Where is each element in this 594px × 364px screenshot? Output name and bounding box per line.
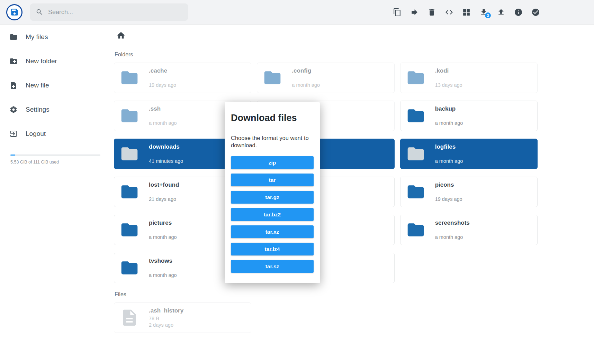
folder-modified-time: 21 days ago <box>149 196 179 203</box>
folder-size: — <box>435 189 462 196</box>
search-icon <box>36 8 43 16</box>
code-icon <box>445 8 453 17</box>
info-button[interactable] <box>514 8 523 17</box>
folder-icon <box>120 258 139 278</box>
sidebar-item-new-file[interactable]: New file <box>0 73 104 97</box>
folder-card[interactable]: screenshots — a month ago <box>400 215 538 245</box>
file-card-text: .ash_history 78 B 2 days ago <box>149 307 183 328</box>
folder-card-text: .config — a month ago <box>292 67 320 88</box>
folder-size: — <box>149 227 177 234</box>
sidebar-item-label: Settings <box>26 106 50 113</box>
folder-name: pictures <box>149 220 177 226</box>
sidebar-item-label: My files <box>26 33 48 41</box>
delete-button[interactable] <box>428 8 436 17</box>
folder-card[interactable]: .config — a month ago <box>257 63 394 93</box>
file-icon <box>120 308 139 327</box>
folder-card-text: .ssh — a month ago <box>149 105 177 127</box>
folder-icon <box>120 182 139 202</box>
folder-icon <box>406 68 425 87</box>
folder-card-text: screenshots — a month ago <box>435 220 470 241</box>
download-format-button[interactable]: tar.bz2 <box>231 208 314 221</box>
folder-modified-time: 19 days ago <box>435 196 462 203</box>
download-format-button[interactable]: tar.sz <box>231 260 314 273</box>
storage-usage: 5.53 GiB of 111 GiB used <box>10 155 93 165</box>
folder-card-text: backup — a month ago <box>435 105 463 127</box>
sidebar-item-logout[interactable]: Logout <box>0 122 104 146</box>
arrow-forward-icon <box>410 8 419 17</box>
folder-icon <box>406 220 425 240</box>
file-modified-time: 2 days ago <box>149 322 183 328</box>
folder-card-text: pictures — a month ago <box>149 220 177 241</box>
upload-button[interactable] <box>497 8 505 17</box>
folder-name: tvshows <box>149 258 177 264</box>
folder-icon <box>263 68 282 87</box>
folder-icon <box>120 144 139 164</box>
new-file-icon <box>9 81 18 90</box>
folder-card[interactable]: logfiles — a month ago <box>400 139 538 169</box>
shell-button[interactable] <box>445 8 453 17</box>
folder-size: — <box>149 151 183 158</box>
file-listing: Folders .cache — 19 days ago .config — a… <box>104 25 594 364</box>
folder-size: — <box>435 151 463 158</box>
folder-modified-time: a month ago <box>435 120 463 127</box>
download-format-button[interactable]: tar.lz4 <box>231 243 314 255</box>
logout-icon <box>9 130 18 138</box>
view-mode-button[interactable] <box>462 8 471 17</box>
app-logo[interactable] <box>6 4 22 20</box>
folder-modified-time: a month ago <box>292 82 320 88</box>
usage-label: 5.53 GiB of 111 GiB used <box>10 160 93 165</box>
sidebar-item-settings[interactable]: Settings <box>0 97 104 122</box>
folder-size: — <box>435 113 463 120</box>
download-button[interactable]: 3 <box>479 8 488 17</box>
folder-card-text: .kodi — 13 days ago <box>435 67 462 88</box>
select-all-button[interactable] <box>531 8 540 17</box>
search-box <box>30 3 188 21</box>
gear-icon <box>9 105 18 114</box>
folder-card[interactable]: picons — 19 days ago <box>400 177 538 207</box>
folder-name: .config <box>292 67 320 74</box>
folder-modified-time: 13 days ago <box>435 82 462 88</box>
sidebar-item-label: Logout <box>26 130 46 138</box>
floppy-disk-icon <box>10 8 19 17</box>
sidebar-item-my-files[interactable]: My files <box>0 25 104 49</box>
move-button[interactable] <box>410 8 419 17</box>
folder-icon <box>120 106 139 125</box>
sidebar-item-new-folder[interactable]: New folder <box>0 49 104 73</box>
folders-section-label: Folders <box>115 52 538 58</box>
folder-size: — <box>149 189 179 196</box>
trash-icon <box>428 8 436 17</box>
folder-card[interactable]: .cache — 19 days ago <box>114 63 251 93</box>
folder-card[interactable]: .kodi — 13 days ago <box>400 63 538 93</box>
folder-size: — <box>149 265 177 272</box>
grid-view-icon <box>462 8 471 17</box>
files-section-label: Files <box>115 291 538 298</box>
home-button[interactable] <box>116 31 126 40</box>
folder-name: backup <box>435 105 463 112</box>
dialog-message: Choose the format you want to download. <box>231 134 314 149</box>
folder-icon <box>406 144 425 164</box>
info-icon <box>514 8 523 17</box>
folder-modified-time: a month ago <box>149 234 177 241</box>
folder-size: — <box>149 113 177 120</box>
folder-card[interactable]: backup — a month ago <box>400 101 538 131</box>
upload-icon <box>497 8 505 17</box>
download-format-button[interactable]: tar <box>231 174 314 186</box>
breadcrumb <box>114 29 538 45</box>
download-format-button[interactable]: tar.gz <box>231 191 314 204</box>
copy-button[interactable] <box>393 8 402 17</box>
file-name: .ash_history <box>149 307 183 314</box>
sidebar: My files New folder New file Settings Lo… <box>0 25 104 364</box>
check-circle-icon <box>531 8 540 17</box>
folder-icon <box>120 68 139 87</box>
file-card[interactable]: .ash_history 78 B 2 days ago <box>114 302 251 333</box>
folder-name: downloads <box>149 143 183 150</box>
download-format-button[interactable]: zip <box>231 156 314 169</box>
header: 3 <box>0 0 594 25</box>
folder-icon <box>406 106 425 125</box>
folder-card-text: lost+found — 21 days ago <box>149 181 179 203</box>
search-input[interactable] <box>48 9 182 16</box>
folder-name: .ssh <box>149 105 177 112</box>
download-format-button[interactable]: tar.xz <box>231 225 314 238</box>
folder-modified-time: a month ago <box>435 234 470 241</box>
usage-progress-bar <box>10 155 100 156</box>
